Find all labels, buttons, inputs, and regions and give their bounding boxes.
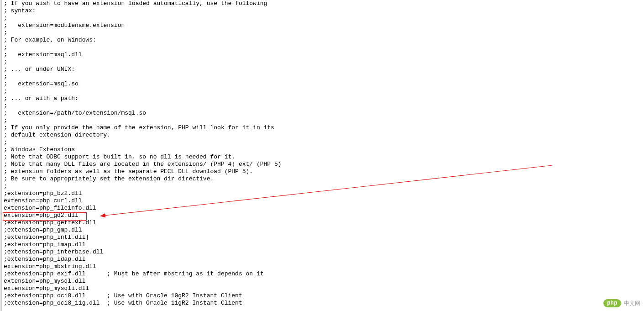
code-line[interactable]: ; extension=modulename.extension (4, 22, 282, 29)
code-line[interactable]: ; (4, 44, 282, 51)
code-line[interactable]: ; ... or under UNIX: (4, 66, 282, 73)
watermark-text: 中文网 (624, 300, 640, 307)
code-line[interactable]: ; (4, 29, 282, 37)
code-line[interactable]: ;extension=php_oci8.dll ; Use with Oracl… (4, 292, 282, 300)
code-content[interactable]: ; If you wish to have an extension loade… (0, 0, 282, 307)
code-line[interactable]: ; Windows Extensions (4, 146, 282, 153)
code-line[interactable]: ;extension=php_gettext.dll (4, 219, 282, 227)
code-line[interactable]: ;extension=php_gmp.dll (4, 227, 282, 234)
code-line[interactable]: ;extension=php_oci8_11g.dll ; Use with O… (4, 300, 282, 307)
code-line[interactable]: ; If you wish to have an extension loade… (4, 0, 282, 7)
watermark: php 中文网 (603, 299, 640, 307)
code-line[interactable]: ;extension=php_bz2.dll (4, 190, 282, 197)
watermark-badge: php (603, 299, 621, 307)
code-line[interactable]: ;extension=php_interbase.dll (4, 248, 282, 256)
code-line[interactable]: ; Note that ODBC support is built in, so… (4, 153, 282, 161)
code-line[interactable]: extension=php_gd2.dll (4, 212, 282, 219)
code-line[interactable]: extension=php_fileinfo.dll (4, 205, 282, 212)
text-editor-view[interactable]: ; If you wish to have an extension loade… (0, 0, 644, 311)
code-line[interactable]: ; (4, 102, 282, 110)
code-line[interactable]: ;extension=php_intl.dll| (4, 234, 282, 241)
code-line[interactable]: ; syntax: (4, 7, 282, 15)
code-line[interactable]: extension=php_curl.dll (4, 197, 282, 205)
code-line[interactable]: extension=php_mysqli.dll (4, 285, 282, 292)
code-line[interactable]: ; (4, 58, 282, 66)
code-line[interactable]: ; default extension directory. (4, 132, 282, 139)
code-line[interactable]: ; If you only provide the name of the ex… (4, 124, 282, 132)
code-line[interactable]: ; (4, 139, 282, 146)
code-line[interactable]: ;extension=php_exif.dll ; Must be after … (4, 270, 282, 278)
code-line[interactable]: ; (4, 183, 282, 190)
code-line[interactable]: extension=php_mysql.dll (4, 278, 282, 285)
code-line[interactable]: ; For example, on Windows: (4, 37, 282, 44)
code-line[interactable]: ; (4, 117, 282, 124)
code-line[interactable]: ; ... or with a path: (4, 95, 282, 102)
code-line[interactable]: ; Be sure to appropriately set the exten… (4, 175, 282, 183)
code-line[interactable]: extension=php_mbstring.dll (4, 263, 282, 270)
code-line[interactable]: ; extension=/path/to/extension/msql.so (4, 110, 282, 117)
code-line[interactable]: ; extension folders as well as the separ… (4, 168, 282, 175)
code-line[interactable]: ; (4, 15, 282, 22)
code-line[interactable]: ; (4, 73, 282, 80)
code-line[interactable]: ;extension=php_imap.dll (4, 241, 282, 248)
code-line[interactable]: ; extension=msql.so (4, 80, 282, 88)
code-line[interactable]: ; Note that many DLL files are located i… (4, 161, 282, 168)
code-line[interactable]: ;extension=php_ldap.dll (4, 256, 282, 263)
code-line[interactable]: ; (4, 88, 282, 95)
code-line[interactable]: ; extension=msql.dll (4, 51, 282, 58)
